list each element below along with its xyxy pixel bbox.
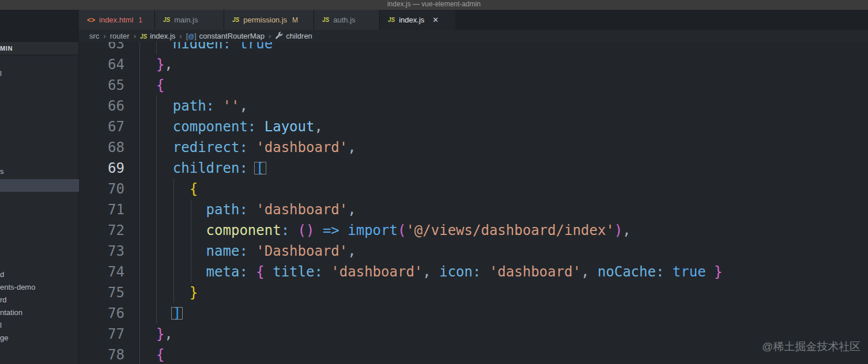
tree-item[interactable]: ntation (0, 306, 79, 319)
code-editor[interactable]: 63 hidden: true64 },65 {66 path: '',67 c… (0, 0, 868, 364)
breadcrumb-item-src[interactable]: src (89, 32, 99, 40)
breadcrumb-item-children[interactable]: children (275, 32, 312, 40)
tab-main.js[interactable]: JSmain.js (155, 10, 224, 30)
tab-label: index.html (99, 16, 133, 24)
code-text: { (139, 75, 164, 96)
code-text: } (139, 282, 198, 303)
tree-item[interactable]: s (0, 165, 79, 178)
code-line-66[interactable]: 66 path: '', (0, 96, 868, 116)
line-number[interactable]: 70 (81, 179, 124, 199)
code-line-75[interactable]: 75 } (0, 282, 868, 303)
window-titlebar: index.js — vue-element-admin (0, 0, 868, 10)
code-line-76[interactable]: 76 ] (0, 303, 868, 324)
code-text: }, (139, 324, 173, 344)
breadcrumb-separator-icon: › (103, 32, 105, 40)
breadcrumb-item-index.js[interactable]: JSindex.js (140, 32, 175, 40)
js-file-icon: JS (232, 17, 239, 23)
code-line-71[interactable]: 71 path: 'dashboard', (0, 199, 868, 220)
line-number[interactable]: 66 (81, 96, 124, 116)
code-line-72[interactable]: 72 component: () => import('@/views/dash… (0, 220, 868, 241)
code-line-65[interactable]: 65 { (0, 75, 868, 96)
breadcrumb-item-router[interactable]: router (110, 32, 130, 40)
code-text: ] (139, 303, 181, 324)
wrench-icon (275, 32, 283, 40)
matched-bracket: ] (173, 305, 181, 321)
tree-item[interactable]: ents-demo (0, 281, 79, 294)
breadcrumb-label: index.js (150, 32, 175, 40)
line-number[interactable]: 72 (81, 220, 124, 241)
git-modified-badge: M (292, 16, 298, 24)
tab-index.js[interactable]: JSindex.js✕ (380, 10, 455, 30)
line-number[interactable]: 75 (81, 282, 124, 303)
line-number[interactable]: 71 (81, 199, 124, 220)
code-line-67[interactable]: 67 component: Layout, (0, 116, 868, 137)
tab-auth.js[interactable]: JSauth.js (314, 10, 380, 30)
tree-item[interactable]: rd (0, 294, 79, 306)
tree-item[interactable]: d (0, 268, 79, 281)
code-text: name: 'Dashboard', (139, 241, 356, 261)
close-icon[interactable]: ✕ (432, 16, 439, 24)
breadcrumb-label: constantRouterMap (199, 32, 265, 40)
explorer-sidebar: MIN lsdents-demordntationlge (0, 42, 79, 364)
line-number[interactable]: 78 (81, 344, 124, 364)
problems-badge: 1 (138, 16, 142, 24)
tree-item[interactable]: l (0, 319, 79, 332)
line-number[interactable]: 77 (81, 324, 124, 344)
line-number[interactable]: 64 (81, 54, 124, 75)
code-text: redirect: 'dashboard', (139, 137, 356, 158)
code-text: children: [ (139, 158, 265, 179)
code-line-69[interactable]: 69 children: [ (0, 158, 868, 179)
code-line-77[interactable]: 77 }, (0, 324, 868, 344)
line-number[interactable]: 76 (81, 303, 124, 324)
code-text: path: 'dashboard', (139, 199, 356, 220)
html-file-icon: <> (87, 16, 95, 24)
js-file-icon: JS (322, 17, 329, 23)
vscode-window: index.js — vue-element-admin ··· <>index… (0, 0, 868, 364)
breadcrumb-label: router (110, 32, 130, 40)
breadcrumb-item-constantRouterMap[interactable]: [@]constantRouterMap (186, 32, 265, 40)
editor-tab-bar: <>index.html1JSmain.jsJSpermission.jsMJS… (79, 10, 868, 30)
code-text: { (139, 179, 198, 199)
code-line-74[interactable]: 74 meta: { title: 'dashboard', icon: 'da… (0, 261, 868, 282)
code-line-73[interactable]: 73 name: 'Dashboard', (0, 241, 868, 261)
breadcrumb-label: children (286, 32, 312, 40)
tree-item[interactable]: l (0, 67, 79, 80)
tree-item[interactable]: ge (0, 332, 79, 344)
matched-bracket: [ (256, 160, 264, 176)
line-number[interactable]: 73 (81, 241, 124, 261)
tree-item-selected[interactable] (0, 179, 79, 192)
tab-permission.js[interactable]: JSpermission.jsM (224, 10, 314, 30)
line-number[interactable]: 68 (81, 137, 124, 158)
breadcrumb-label: src (89, 32, 99, 40)
code-text: component: () => import('@/views/dashboa… (139, 220, 631, 241)
code-text: component: Layout, (139, 116, 323, 137)
symbol-array-icon: [@] (186, 32, 197, 40)
tab-label: index.js (399, 16, 424, 24)
tab-label: main.js (174, 16, 198, 24)
watermark-text: @稀土掘金技术社区 (762, 339, 861, 354)
code-text: path: '', (139, 96, 248, 116)
js-file-icon: JS (140, 33, 147, 40)
tab-index.html[interactable]: <>index.html1 (79, 10, 155, 30)
breadcrumb: src›router›JSindex.js›[@]constantRouterM… (79, 30, 868, 42)
code-text: { (139, 344, 164, 364)
line-number[interactable]: 69 (81, 158, 124, 179)
js-file-icon: JS (388, 17, 395, 23)
window-title: index.js — vue-element-admin (0, 0, 868, 9)
line-number[interactable]: 65 (81, 75, 124, 96)
breadcrumb-separator-icon: › (134, 32, 136, 40)
breadcrumb-separator-icon: › (179, 32, 182, 40)
js-file-icon: JS (163, 17, 170, 23)
line-number[interactable]: 67 (81, 116, 124, 137)
code-text: }, (139, 54, 173, 75)
code-line-78[interactable]: 78 { (0, 344, 868, 364)
line-number[interactable]: 74 (81, 261, 124, 282)
code-text: meta: { title: 'dashboard', icon: 'dashb… (139, 261, 723, 282)
code-line-64[interactable]: 64 }, (0, 54, 868, 75)
sidebar-top-strip (0, 10, 79, 42)
breadcrumb-separator-icon: › (269, 32, 271, 40)
explorer-section-header[interactable]: MIN (0, 42, 78, 55)
tab-label: permission.js (243, 16, 287, 24)
code-line-68[interactable]: 68 redirect: 'dashboard', (0, 137, 868, 158)
code-line-70[interactable]: 70 { (0, 179, 868, 199)
